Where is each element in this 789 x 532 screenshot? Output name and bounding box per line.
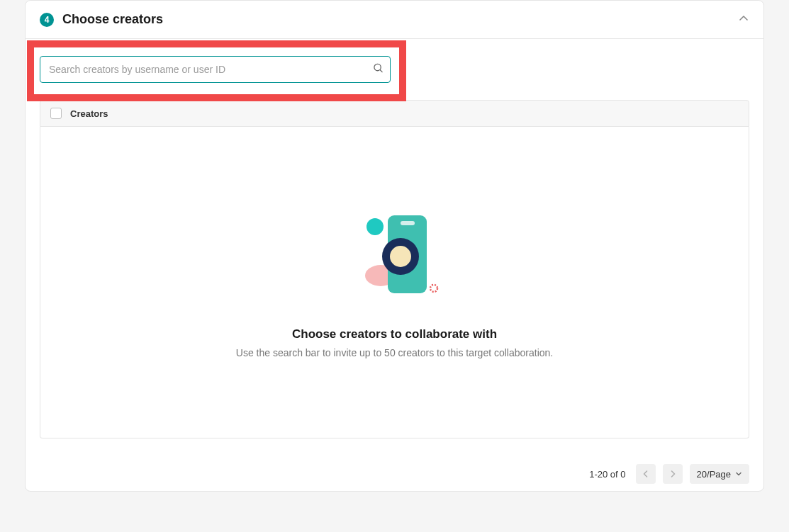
svg-point-3: [366, 218, 384, 235]
svg-rect-5: [401, 221, 415, 225]
section-header: 4 Choose creators: [26, 1, 763, 39]
creators-table: Creators: [40, 100, 749, 438]
empty-state-subtitle: Use the search bar to invite up to 50 cr…: [236, 347, 553, 358]
pagination-range-label: 1-20 of 0: [589, 469, 625, 480]
empty-state-illustration: [345, 207, 444, 306]
chevron-up-icon[interactable]: [738, 13, 749, 27]
page-size-label: 20/Page: [697, 469, 731, 480]
chevron-right-icon: [668, 470, 677, 478]
chevron-left-icon: [642, 470, 650, 478]
svg-point-2: [430, 285, 437, 292]
next-page-button[interactable]: [663, 464, 683, 484]
search-input[interactable]: [40, 56, 391, 83]
select-all-checkbox[interactable]: [50, 108, 62, 119]
empty-state-title: Choose creators to collaborate with: [292, 327, 497, 341]
svg-point-0: [374, 64, 381, 70]
column-creators-label: Creators: [70, 108, 108, 119]
step-badge: 4: [40, 13, 54, 27]
section-title: Choose creators: [62, 12, 163, 27]
page-size-select[interactable]: 20/Page: [690, 464, 749, 484]
table-header: Creators: [40, 100, 749, 127]
pagination: 1-20 of 0 20/Page: [26, 453, 763, 491]
empty-state: Choose creators to collaborate with Use …: [40, 127, 749, 438]
prev-page-button[interactable]: [636, 464, 656, 484]
chevron-down-icon: [735, 470, 742, 477]
search-icon[interactable]: [373, 63, 384, 77]
svg-point-7: [390, 246, 411, 267]
